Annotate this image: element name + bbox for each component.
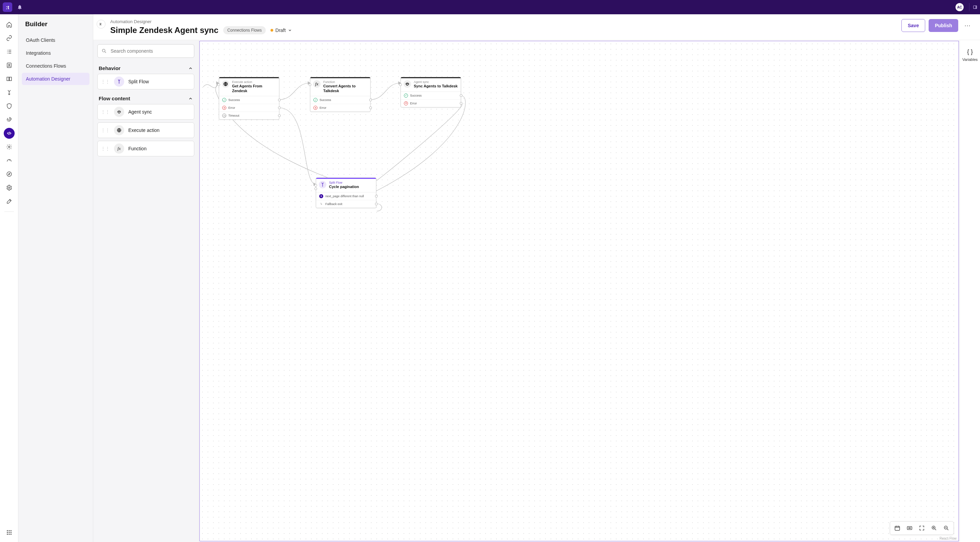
output-port[interactable] [278,106,281,109]
page-title: Simple Zendesk Agent sync [110,25,218,35]
collapse-sidebar-button[interactable] [97,20,105,29]
sidebar-item[interactable]: Connections Flows [22,60,89,72]
breadcrumb: Automation Designer [110,19,897,24]
node-exit-row[interactable]: ↳Fallback exit [316,200,376,208]
section-flow-toggle[interactable]: Flow content [97,93,194,104]
rail-settings-icon[interactable] [4,182,14,193]
rail-shield-icon[interactable] [4,101,14,111]
save-button[interactable]: Save [901,19,926,32]
fullscreen-button[interactable] [917,524,926,532]
zoom-in-button[interactable] [930,524,939,532]
drag-handle-icon: ⋮⋮ [101,109,110,114]
input-port[interactable] [309,83,311,86]
component-card[interactable]: ⋮⋮ Split Flow [97,74,194,89]
input-port[interactable] [218,83,220,86]
component-card[interactable]: ⋮⋮ Agent sync [97,104,194,120]
input-port[interactable] [314,184,317,187]
component-label: Execute action [128,127,159,133]
node-exit-row[interactable]: ✓Success [401,92,461,99]
notifications-icon[interactable] [17,5,22,10]
component-card[interactable]: ⋮⋮ Execute action [97,122,194,138]
flow-node[interactable]: fx Function Convert Agents to Talkdesk ✓… [310,77,371,112]
rail-list-icon[interactable] [4,46,14,57]
node-exit-row[interactable]: 1next_page different than null [316,192,376,200]
output-port[interactable] [460,94,463,97]
rail-home-icon[interactable] [4,19,14,30]
app-logo[interactable]: :t [3,2,12,12]
component-card[interactable]: ⋮⋮ fx Function [97,141,194,157]
calendar-button[interactable] [893,524,902,532]
status-dropdown[interactable]: Draft [270,27,292,33]
rail-edit-icon[interactable] [4,196,14,207]
node-exit-row[interactable]: ✓Success [219,96,279,104]
svg-point-4 [8,146,10,148]
publish-button[interactable]: Publish [929,19,958,32]
svg-rect-14 [8,534,10,535]
components-palette: Behavior ⋮⋮ Split Flow Flow content ⋮⋮ A… [93,40,199,542]
svg-rect-7 [7,530,8,531]
component-label: Agent sync [128,109,152,114]
svg-point-5 [7,172,11,176]
topbar: :t AC [0,0,980,14]
exec-icon [114,125,124,135]
input-port[interactable] [399,83,402,86]
flow-canvas[interactable]: React Flow Execute action Get Agents Fro… [199,40,959,542]
node-exit-row[interactable]: ✕Error [401,99,461,107]
output-port[interactable] [375,203,378,205]
input-port[interactable] [314,187,317,190]
node-exit-row[interactable]: ◷Timeout [219,111,279,119]
right-rail: { } Variables [959,40,980,542]
canvas-credit: React Flow [940,537,956,540]
drag-handle-icon: ⋮⋮ [101,146,110,151]
rail-book-icon[interactable] [4,73,14,84]
rail-code-icon[interactable] [4,128,14,139]
output-port[interactable] [278,98,281,101]
node-exit-row[interactable]: ✓Success [310,96,370,104]
svg-rect-8 [8,530,10,531]
flow-node[interactable]: Execute action Get Agents From Zendesk ✓… [219,77,279,120]
output-port[interactable] [369,106,372,109]
rail-cog-icon[interactable] [4,141,14,152]
output-port[interactable] [369,98,372,101]
split-icon [319,181,326,189]
zoom-out-button[interactable] [942,524,951,532]
node-kind: Execute action [232,80,276,84]
search-components-input[interactable] [97,44,194,58]
rail-link-icon[interactable] [4,33,14,44]
svg-rect-1 [975,6,977,9]
fit-width-button[interactable] [905,524,914,532]
rail-contact-icon[interactable] [4,60,14,71]
node-kind: Split Flow [329,181,373,185]
svg-point-16 [102,49,105,52]
section-behavior-toggle[interactable]: Behavior [97,63,194,74]
variables-label: Variables [962,57,978,62]
flow-node[interactable]: Split Flow Cycle pagination 1next_page d… [316,177,376,208]
svg-rect-11 [8,532,10,533]
output-port[interactable] [460,102,463,105]
node-exit-row[interactable]: ✕Error [219,104,279,111]
rail-gauge-icon[interactable] [4,155,14,166]
node-title: Cycle pagination [329,185,373,189]
sidebar-item[interactable]: OAuth Clients [22,34,89,46]
rail-merge-icon[interactable] [4,87,14,98]
variables-icon[interactable]: { } [967,48,973,55]
flow-type-chip: Connections Flows [223,26,266,34]
status-dot-icon [270,29,273,32]
svg-point-3 [8,64,10,66]
sidebar-item[interactable]: Integrations [22,47,89,59]
panel-toggle-icon[interactable] [969,3,977,11]
rail-fingerprint-icon[interactable] [4,114,14,125]
output-port[interactable] [278,114,281,117]
page-header: Automation Designer Simple Zendesk Agent… [93,14,980,40]
rail-compass-icon[interactable] [4,169,14,179]
globe-icon [222,80,229,88]
sidebar-item[interactable]: Automation Designer [22,73,89,85]
node-exit-row[interactable]: ✕Error [310,104,370,111]
flow-node[interactable]: Agent sync Sync Agents to Talkdesk ✓Succ… [401,77,461,108]
rail-apps-icon[interactable] [4,527,14,538]
chevron-up-icon [188,66,193,71]
component-label: Function [128,146,147,151]
more-menu-icon[interactable]: ⋯ [962,20,973,31]
output-port[interactable] [375,195,378,198]
user-avatar[interactable]: AC [956,3,964,11]
